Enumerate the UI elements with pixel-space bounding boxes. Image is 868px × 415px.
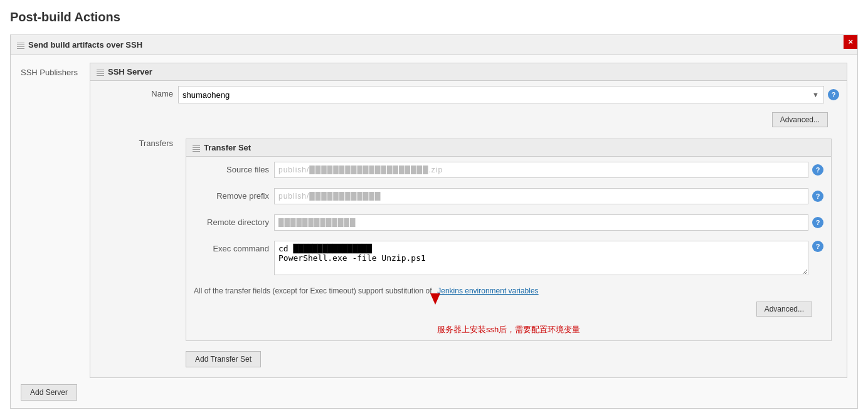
exec-command-help-icon[interactable]: ? bbox=[812, 241, 823, 252]
ssh-server-title: SSH Server bbox=[108, 67, 152, 76]
transfers-advanced-row: Advanced... bbox=[186, 298, 831, 320]
exec-command-control: cd ████████████████ PowerShell.exe -file… bbox=[274, 241, 823, 275]
name-label: Name bbox=[98, 86, 173, 98]
transfers-row: Transfers Transfer Set So bbox=[90, 131, 847, 377]
post-build-section: Send build artifacts over SSH × SSH Publ… bbox=[10, 34, 858, 409]
transfers-content: Transfer Set Source files ? bbox=[178, 134, 839, 372]
add-transfer-set-row: Add Transfer Set bbox=[178, 346, 839, 372]
source-files-control: ? bbox=[274, 162, 823, 178]
annotation-text: 服务器上安装ssh后，需要配置环境变量 bbox=[186, 320, 831, 340]
exec-command-row: Exec command cd ████████████████ PowerSh… bbox=[186, 236, 831, 280]
remove-prefix-label: Remove prefix bbox=[194, 188, 269, 201]
ssh-server-subsection-header: SSH Server bbox=[90, 63, 847, 81]
name-select[interactable]: shumaoheng bbox=[178, 86, 824, 103]
ssh-publishers-row: SSH Publishers SSH Server Name shum bbox=[21, 63, 847, 378]
ssh-server-advanced-button[interactable]: Advanced... bbox=[772, 112, 828, 127]
section-content: SSH Publishers SSH Server Name shum bbox=[11, 55, 857, 408]
remote-directory-label: Remote directory bbox=[194, 214, 269, 227]
transfer-set-header: Transfer Set bbox=[186, 139, 831, 157]
transfers-label: Transfers bbox=[98, 134, 173, 148]
exec-command-label: Exec command bbox=[194, 241, 269, 253]
name-select-wrapper: shumaoheng ▼ bbox=[178, 86, 824, 103]
transfers-form-area: Source files ? Remove prefix bbox=[186, 157, 831, 283]
transfer-set-box: Transfer Set Source files ? bbox=[186, 139, 832, 341]
transfer-set-drag-handle[interactable] bbox=[193, 144, 200, 152]
page-title: Post-build Actions bbox=[10, 10, 858, 24]
remove-prefix-control: ? bbox=[274, 188, 823, 204]
source-files-help-icon[interactable]: ? bbox=[812, 164, 823, 176]
transfer-set-title: Transfer Set bbox=[204, 143, 251, 152]
exec-command-textarea[interactable]: cd ████████████████ PowerShell.exe -file… bbox=[274, 241, 808, 275]
add-server-button[interactable]: Add Server bbox=[21, 384, 77, 401]
remote-directory-input[interactable] bbox=[274, 214, 808, 231]
remote-directory-row: Remote directory ? bbox=[186, 209, 831, 236]
info-text: All of the transfer fields (except for E… bbox=[194, 286, 434, 295]
add-server-row: Add Server bbox=[21, 378, 847, 401]
remote-directory-help-icon[interactable]: ? bbox=[812, 217, 823, 228]
source-files-row: Source files ? bbox=[186, 157, 831, 183]
remove-prefix-row: Remove prefix ? bbox=[186, 183, 831, 209]
page-wrapper: Post-build Actions Send build artifacts … bbox=[0, 0, 868, 415]
ssh-server-drag-handle[interactable] bbox=[97, 68, 104, 76]
remove-prefix-input[interactable] bbox=[274, 188, 808, 204]
add-transfer-set-button[interactable]: Add Transfer Set bbox=[186, 351, 261, 367]
remote-directory-control: ? bbox=[274, 214, 823, 231]
jenkins-env-vars-link[interactable]: Jenkins environment variables bbox=[437, 286, 538, 295]
name-control-wrapper: shumaoheng ▼ ? bbox=[178, 86, 839, 103]
transfer-fields-info: All of the transfer fields (except for E… bbox=[186, 283, 831, 298]
section-header: Send build artifacts over SSH × bbox=[11, 35, 857, 55]
ssh-publishers-label: SSH Publishers bbox=[21, 63, 90, 378]
ssh-server-box: SSH Server Name shumaoheng ▼ bbox=[90, 63, 847, 378]
name-help-icon[interactable]: ? bbox=[828, 89, 839, 100]
drag-handle-icon[interactable] bbox=[17, 41, 24, 49]
section-title: Send build artifacts over SSH bbox=[28, 40, 142, 50]
name-row: Name shumaoheng ▼ ? bbox=[90, 81, 847, 108]
source-files-input[interactable] bbox=[274, 162, 808, 178]
transfers-advanced-button[interactable]: Advanced... bbox=[756, 302, 812, 317]
remove-prefix-help-icon[interactable]: ? bbox=[812, 191, 823, 202]
source-files-label: Source files bbox=[194, 162, 269, 174]
close-button[interactable]: × bbox=[844, 35, 857, 49]
ssh-server-advanced-row: Advanced... bbox=[90, 108, 847, 131]
